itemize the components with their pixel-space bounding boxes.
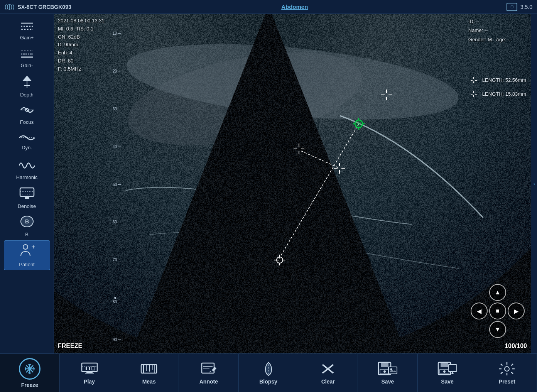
dyn-icon <box>19 134 35 143</box>
svg-text:B: B <box>25 218 29 225</box>
patient-id-label: ID: -- <box>468 17 526 26</box>
patient-name-label: Name: -- <box>468 26 526 35</box>
dr-label: DR: 80 <box>58 57 105 65</box>
crosshair1-icon <box>468 75 479 86</box>
monitor-icon: ⊡ <box>507 3 517 11</box>
frame-counter: 100/100 <box>505 343 527 350</box>
depth-label: D: 90mm <box>58 41 105 49</box>
sidebar-item-harmonic[interactable]: Harmonic <box>4 156 50 183</box>
svg-rect-75 <box>381 362 388 367</box>
main-layout: Gain+ Gain- Depth <box>0 14 537 353</box>
harmonic-label: Harmonic <box>16 174 38 180</box>
ultrasound-image-area: 2021-08-08 00:13:31 MI: 0.6 TIS: 0.1 GN:… <box>54 14 531 353</box>
svg-rect-56 <box>86 367 87 370</box>
clear-button[interactable]: Clear <box>298 354 358 392</box>
svg-marker-6 <box>22 76 32 81</box>
ultrasound-canvas <box>54 14 531 353</box>
b-mode-label: B <box>25 231 29 237</box>
gain-minus-icon <box>19 49 35 61</box>
sidebar-item-focus[interactable]: Focus <box>4 101 50 128</box>
right-arrow-icon: › <box>533 181 535 187</box>
bottom-toolbar: Freeze Play <box>0 353 537 392</box>
depth-mark-90: 90 <box>113 338 121 342</box>
play-button[interactable]: Play <box>60 354 120 392</box>
depth-mark-30: 30 <box>113 107 121 111</box>
svg-rect-81 <box>441 362 448 367</box>
depth-mark-50: 50 <box>113 182 121 187</box>
play-label: Play <box>84 378 95 385</box>
svg-rect-58 <box>92 367 95 370</box>
freeze-button[interactable]: Freeze <box>0 354 60 392</box>
annote-label: Annote <box>199 378 218 385</box>
annote-icon <box>200 362 217 376</box>
svg-rect-57 <box>89 367 90 370</box>
freq-label: F: 3.5MHz <box>58 65 105 73</box>
save2-button[interactable]: Save <box>418 354 478 392</box>
denoise-label: Denoise <box>18 203 36 209</box>
play-icon <box>81 362 98 376</box>
sidebar-item-gain-minus[interactable]: Gain- <box>4 45 50 72</box>
left-sidebar: Gain+ Gain- Depth <box>0 14 54 353</box>
length1-label: LENGTH: 52.56mm <box>482 76 526 84</box>
playback-stop-button[interactable]: ■ <box>489 302 506 319</box>
length1-crosshair-area: LENGTH: 52.56mm LENGTH: 15.83mm <box>468 75 526 100</box>
svg-point-79 <box>390 368 392 370</box>
playback-controls: ▲ ◀ ■ ▶ ▼ <box>471 284 525 338</box>
gain-minus-label: Gain- <box>21 63 33 68</box>
datetime-label: 2021-08-08 00:13:31 <box>58 17 105 25</box>
annote-button[interactable]: Annote <box>179 354 239 392</box>
clear-icon <box>319 362 336 376</box>
gain-plus-label: Gain+ <box>20 35 34 41</box>
mi-tis-label: MI: 0.6 TIS: 0.1 <box>58 25 105 33</box>
sidebar-item-patient[interactable]: Patient <box>4 240 50 270</box>
svg-point-19 <box>23 245 28 249</box>
depth-mark-70: 70 <box>113 258 121 262</box>
save1-icon <box>378 362 398 376</box>
save1-button[interactable]: Save <box>358 354 418 392</box>
svg-rect-67 <box>202 363 214 373</box>
svg-point-77 <box>383 370 386 373</box>
playback-left-button[interactable]: ◀ <box>471 302 488 319</box>
preset-label: Preset <box>499 378 515 385</box>
svg-line-70 <box>209 371 211 372</box>
depth-mark-10: 10 <box>113 31 121 35</box>
playback-right-button[interactable]: ▶ <box>508 302 525 319</box>
save2-label: Save <box>441 378 454 385</box>
length2-label: LENGTH: 15.83mm <box>482 90 526 98</box>
svg-point-83 <box>443 370 446 373</box>
save1-label: Save <box>382 378 394 385</box>
biopsy-label: Biopsy <box>259 378 277 385</box>
clear-label: Clear <box>321 378 335 385</box>
playback-down-button[interactable]: ▼ <box>489 321 506 338</box>
svg-rect-84 <box>448 365 457 372</box>
patient-icon <box>18 243 36 260</box>
top-bar: ((|)) SX-8CT GRCBGK093 Abdomen ⊡ 3.5.0 <box>0 0 537 14</box>
depth-mark-40: 40 <box>113 145 121 149</box>
device-name: SX-8CT GRCBGK093 <box>17 4 71 10</box>
right-panel[interactable]: › <box>531 14 537 353</box>
svg-point-88 <box>505 367 509 371</box>
harmonic-icon <box>19 160 35 173</box>
preset-button[interactable]: Preset <box>477 354 537 392</box>
gn-label: GN: 62dB <box>58 33 105 41</box>
sidebar-item-gain-plus[interactable]: Gain+ <box>4 17 50 44</box>
gain-plus-icon <box>19 21 35 33</box>
exam-type[interactable]: Abdomen <box>83 3 507 10</box>
patient-label: Patient <box>19 262 34 267</box>
sidebar-item-b-mode[interactable]: B B <box>4 212 50 240</box>
playback-up-button[interactable]: ▲ <box>489 284 506 301</box>
image-overlay-right: ID: -- Name: -- Gender: M Age: -- LENGTH… <box>468 17 526 100</box>
sidebar-item-dyn[interactable]: Dyn. <box>4 128 50 155</box>
depth-mark-60: 60 <box>113 220 121 224</box>
svg-rect-16 <box>25 196 29 199</box>
meas-button[interactable]: Meas <box>119 354 179 392</box>
image-overlay-left: 2021-08-08 00:13:31 MI: 0.6 TIS: 0.1 GN:… <box>58 17 105 73</box>
focus-label: Focus <box>20 119 34 125</box>
patient-gender-age-label: Gender: M Age: -- <box>468 35 526 44</box>
sidebar-item-depth[interactable]: Depth <box>4 73 50 100</box>
sidebar-item-denoise[interactable]: Denoise <box>4 184 50 211</box>
biopsy-button[interactable]: Biopsy <box>239 354 299 392</box>
freeze-icon <box>19 358 41 380</box>
crosshair2-icon <box>468 89 479 100</box>
b-mode-icon: B <box>19 215 35 230</box>
